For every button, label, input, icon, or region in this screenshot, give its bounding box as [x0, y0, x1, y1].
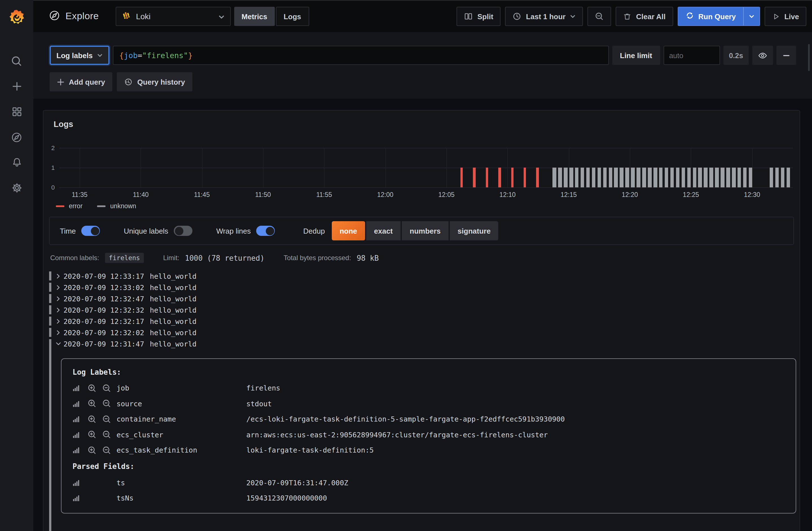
- log-level-indicator: [49, 305, 51, 314]
- log-labels-button[interactable]: Log labels: [50, 46, 110, 65]
- unknown-bar: [676, 168, 679, 187]
- detail-row: sourcestdout: [73, 396, 795, 411]
- zoom-out-button[interactable]: [588, 7, 611, 26]
- dedup-option-numbers[interactable]: numbers: [402, 221, 449, 240]
- dedup-option-signature[interactable]: signature: [450, 221, 498, 240]
- log-timestamp: 2020-07-09 12:33:17: [63, 272, 144, 280]
- sidebar-item-alerting[interactable]: [9, 157, 24, 168]
- chevron-right-icon[interactable]: [55, 284, 63, 290]
- datasource-picker[interactable]: Loki: [116, 7, 231, 26]
- live-button[interactable]: Live: [765, 7, 806, 26]
- filter-for-icon[interactable]: [87, 399, 102, 408]
- explore-icon: [11, 131, 23, 143]
- tab-metrics[interactable]: Metrics: [234, 7, 275, 26]
- log-row[interactable]: 2020-07-09 12:32:47hello_world: [49, 293, 795, 304]
- stats-icon[interactable]: [73, 494, 87, 502]
- detail-value: 2020-07-09T16:31:47.000Z: [246, 478, 795, 487]
- filter-out-icon[interactable]: [102, 430, 117, 439]
- scrollbar[interactable]: [808, 44, 810, 71]
- detail-row: ecs_clusterarn:aws:ecs:us-east-2:9056289…: [73, 427, 795, 442]
- time-toggle[interactable]: [82, 226, 100, 236]
- unknown-bar: [749, 168, 753, 187]
- filter-out-icon[interactable]: [102, 384, 117, 393]
- bytes-processed-label: Total bytes processed:: [284, 254, 351, 262]
- x-axis-tick: 11:45: [188, 191, 216, 198]
- chevron-right-icon[interactable]: [55, 296, 63, 302]
- stats-icon[interactable]: [73, 416, 87, 423]
- x-axis-tick: 12:25: [678, 191, 705, 198]
- log-row[interactable]: 2020-07-09 12:33:02hello_world: [49, 282, 795, 293]
- stats-icon[interactable]: [73, 385, 87, 392]
- unknown-bar: [614, 168, 618, 187]
- legend-swatch: [56, 205, 64, 207]
- chevron-down-icon: [570, 14, 576, 19]
- split-button[interactable]: Split: [456, 7, 501, 26]
- clear-all-button[interactable]: Clear All: [616, 7, 673, 26]
- log-row[interactable]: 2020-07-09 12:31:47hello_world: [55, 338, 795, 349]
- x-axis-tick: 12:30: [739, 191, 766, 198]
- add-query-button[interactable]: Add query: [50, 72, 113, 91]
- run-query-button[interactable]: Run Query: [678, 7, 760, 26]
- grafana-logo[interactable]: [7, 7, 26, 26]
- unique-labels-toggle[interactable]: [174, 226, 192, 236]
- filter-out-icon[interactable]: [102, 415, 117, 424]
- wrap-lines-toggle[interactable]: [257, 226, 275, 236]
- query-history-button[interactable]: Query history: [117, 72, 192, 91]
- filter-out-icon[interactable]: [102, 446, 117, 455]
- dedup-option-none[interactable]: none: [332, 221, 365, 240]
- log-row[interactable]: 2020-07-09 12:33:17hello_world: [49, 270, 795, 282]
- time-range-picker[interactable]: Last 1 hour: [505, 7, 583, 26]
- sidebar-item-dashboards[interactable]: [9, 106, 24, 117]
- chevron-right-icon[interactable]: [55, 329, 63, 335]
- trash-icon: [623, 12, 632, 20]
- detail-key: ts: [117, 478, 246, 487]
- stats-icon[interactable]: [73, 400, 87, 407]
- play-icon: [772, 12, 780, 20]
- log-line: hello_world: [150, 272, 197, 280]
- unknown-bar: [642, 168, 646, 187]
- log-row[interactable]: 2020-07-09 12:32:17hello_world: [49, 315, 795, 327]
- y-axis-tick: 0: [47, 184, 55, 191]
- filter-for-icon[interactable]: [87, 415, 102, 424]
- chevron-right-icon[interactable]: [55, 318, 63, 324]
- query-expression-input[interactable]: {job="firelens"}: [113, 46, 609, 65]
- stats-icon[interactable]: [73, 447, 87, 454]
- stats-icon[interactable]: [73, 479, 87, 486]
- chevron-right-icon[interactable]: [55, 307, 63, 313]
- detail-key: ecs_cluster: [117, 431, 246, 439]
- legend-item-error[interactable]: error: [56, 203, 83, 209]
- unknown-bar: [653, 168, 657, 187]
- refresh-icon: [685, 11, 694, 21]
- tab-logs[interactable]: Logs: [276, 7, 309, 26]
- log-row[interactable]: 2020-07-09 12:32:02hello_world: [49, 327, 795, 338]
- error-bar: [473, 168, 476, 187]
- filter-for-icon[interactable]: [87, 446, 102, 455]
- filter-for-icon[interactable]: [87, 384, 102, 393]
- sidebar-item-new[interactable]: [9, 81, 24, 92]
- collapse-query-button[interactable]: [777, 46, 796, 65]
- unknown-bar: [781, 168, 784, 187]
- chevron-right-icon[interactable]: [55, 273, 63, 279]
- unknown-bar: [569, 168, 573, 187]
- legend-item-unknown[interactable]: unknown: [97, 203, 136, 209]
- preview-toggle-button[interactable]: [752, 46, 773, 65]
- unknown-bar: [770, 168, 773, 187]
- chevron-down-icon[interactable]: [55, 341, 63, 347]
- common-labels-label: Common labels:: [50, 254, 99, 262]
- toggle-label: Time: [60, 227, 76, 235]
- line-limit-input[interactable]: [663, 46, 720, 65]
- filter-for-icon[interactable]: [87, 430, 102, 439]
- sidebar-item-search[interactable]: [9, 55, 24, 67]
- log-row[interactable]: 2020-07-09 12:32:32hello_world: [49, 304, 795, 315]
- stats-icon[interactable]: [73, 431, 87, 439]
- dedup-option-exact[interactable]: exact: [366, 221, 401, 240]
- wrap-lines-toggle-item: Wrap lines: [216, 226, 275, 236]
- sidebar-item-explore[interactable]: [9, 131, 24, 143]
- query-token: }: [188, 51, 193, 60]
- sidebar-item-configuration[interactable]: [9, 182, 24, 193]
- unknown-bar: [631, 168, 635, 187]
- toggle-label: Wrap lines: [216, 227, 250, 235]
- run-query-dropdown[interactable]: [743, 7, 759, 25]
- filter-out-icon[interactable]: [102, 399, 117, 408]
- split-label: Split: [477, 12, 493, 20]
